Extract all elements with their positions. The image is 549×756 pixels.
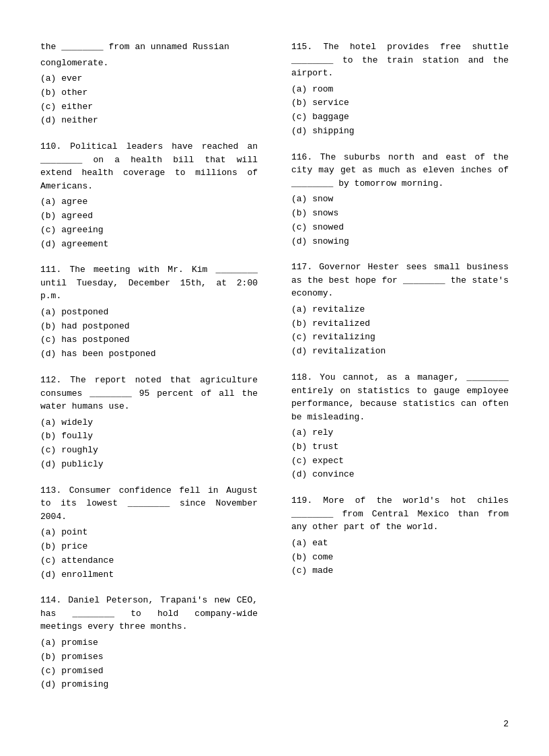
q115-option-a: (a) room	[291, 83, 509, 97]
q116-text: 116. The suburbs north and east of the c…	[291, 151, 509, 191]
q115-option-d: (d) shipping	[291, 125, 509, 139]
q118-option-a: (a) rely	[291, 426, 509, 440]
q117-option-d: (d) revitalization	[291, 345, 509, 359]
q110-option-a: (a) agree	[40, 195, 258, 209]
q117-option-c: (c) revitalizing	[291, 331, 509, 345]
q112-options: (a) widely (b) foully (c) roughly (d) pu…	[40, 416, 258, 472]
q114-option-a: (a) promise	[40, 636, 258, 650]
question-112: 112. The report noted that agriculture c…	[40, 374, 258, 472]
q119-option-b: (b) come	[291, 551, 509, 565]
intro-line1: the ________ from an unnamed Russian	[40, 40, 258, 54]
q118-text: 118. You cannot, as a manager, ________ …	[291, 371, 509, 423]
q117-option-b: (b) revitalized	[291, 317, 509, 331]
question-118: 118. You cannot, as a manager, ________ …	[291, 371, 509, 482]
q115-option-c: (c) baggage	[291, 110, 509, 125]
q115-text: 115. The hotel provides free shuttle ___…	[291, 40, 509, 80]
q116-option-b: (b) snows	[291, 207, 509, 221]
q113-options: (a) point (b) price (c) attendance (d) e…	[40, 526, 258, 582]
q112-option-a: (a) widely	[40, 416, 258, 430]
question-113: 113. Consumer confidence fell in August …	[40, 484, 258, 582]
q115-option-b: (b) service	[291, 96, 509, 110]
intro-option-d: (d) neither	[40, 114, 258, 128]
q111-option-a: (a) postponed	[40, 306, 258, 320]
q111-options: (a) postponed (b) had postponed (c) has …	[40, 306, 258, 362]
q110-option-c: (c) agreeing	[40, 224, 258, 238]
q115-options: (a) room (b) service (c) baggage (d) shi…	[291, 83, 509, 139]
q118-option-d: (d) convince	[291, 468, 509, 482]
q112-text: 112. The report noted that agriculture c…	[40, 374, 258, 413]
q119-option-c: (c) made	[291, 564, 509, 578]
q116-options: (a) snow (b) snows (c) snowed (d) snowin…	[291, 193, 509, 248]
question-110: 110. Political leaders have reached an _…	[40, 140, 258, 251]
q113-option-d: (d) enrollment	[40, 568, 258, 582]
q110-option-d: (d) agreement	[40, 238, 258, 252]
q117-option-a: (a) revitalize	[291, 303, 509, 317]
q113-text: 113. Consumer confidence fell in August …	[40, 484, 258, 524]
q118-options: (a) rely (b) trust (c) expect (d) convin…	[291, 426, 509, 482]
question-115: 115. The hotel provides free shuttle ___…	[291, 40, 509, 139]
intro-block: the ________ from an unnamed Russian con…	[40, 40, 258, 128]
question-111: 111. The meeting with Mr. Kim ________ u…	[40, 263, 258, 362]
intro-option-a: (a) ever	[40, 72, 258, 86]
question-117: 117. Governor Hester sees small business…	[291, 261, 509, 359]
q110-text: 110. Political leaders have reached an _…	[40, 140, 258, 193]
q114-option-d: (d) promising	[40, 678, 258, 692]
q112-option-b: (b) foully	[40, 429, 258, 444]
q117-text: 117. Governor Hester sees small business…	[291, 261, 509, 300]
q114-text: 114. Daniel Peterson, Trapani's new CEO,…	[40, 594, 258, 633]
q112-option-d: (d) publicly	[40, 458, 258, 472]
q118-option-b: (b) trust	[291, 440, 509, 454]
page-number: 2	[503, 719, 509, 729]
q111-text: 111. The meeting with Mr. Kim ________ u…	[40, 263, 258, 303]
intro-option-c: (c) either	[40, 100, 258, 114]
q117-options: (a) revitalize (b) revitalized (c) revit…	[291, 303, 509, 359]
q110-options: (a) agree (b) agreed (c) agreeing (d) ag…	[40, 195, 258, 251]
q114-option-b: (b) promises	[40, 650, 258, 664]
q112-option-c: (c) roughly	[40, 444, 258, 458]
question-114: 114. Daniel Peterson, Trapani's new CEO,…	[40, 594, 258, 692]
q111-option-c: (c) has postponed	[40, 333, 258, 347]
q114-options: (a) promise (b) promises (c) promised (d…	[40, 636, 258, 692]
q118-option-c: (c) expect	[291, 454, 509, 469]
question-116: 116. The suburbs north and east of the c…	[291, 151, 509, 249]
q113-option-b: (b) price	[40, 540, 258, 554]
q116-option-c: (c) snowed	[291, 221, 509, 235]
q113-option-c: (c) attendance	[40, 554, 258, 568]
q113-option-a: (a) point	[40, 526, 258, 540]
intro-options: (a) ever (b) other (c) either (d) neithe…	[40, 72, 258, 128]
right-column: 115. The hotel provides free shuttle ___…	[285, 40, 509, 704]
q110-option-b: (b) agreed	[40, 209, 258, 224]
q111-option-b: (b) had postponed	[40, 320, 258, 334]
q111-option-d: (d) has been postponed	[40, 347, 258, 362]
left-column: the ________ from an unnamed Russian con…	[40, 40, 264, 704]
q116-option-a: (a) snow	[291, 193, 509, 207]
intro-option-b: (b) other	[40, 86, 258, 100]
q119-options: (a) eat (b) come (c) made	[291, 537, 509, 578]
q119-text: 119. More of the world's hot chiles ____…	[291, 494, 509, 534]
question-119: 119. More of the world's hot chiles ____…	[291, 494, 509, 578]
q119-option-a: (a) eat	[291, 537, 509, 551]
q114-option-c: (c) promised	[40, 664, 258, 679]
q116-option-d: (d) snowing	[291, 235, 509, 249]
intro-line2: conglomerate.	[40, 57, 258, 70]
